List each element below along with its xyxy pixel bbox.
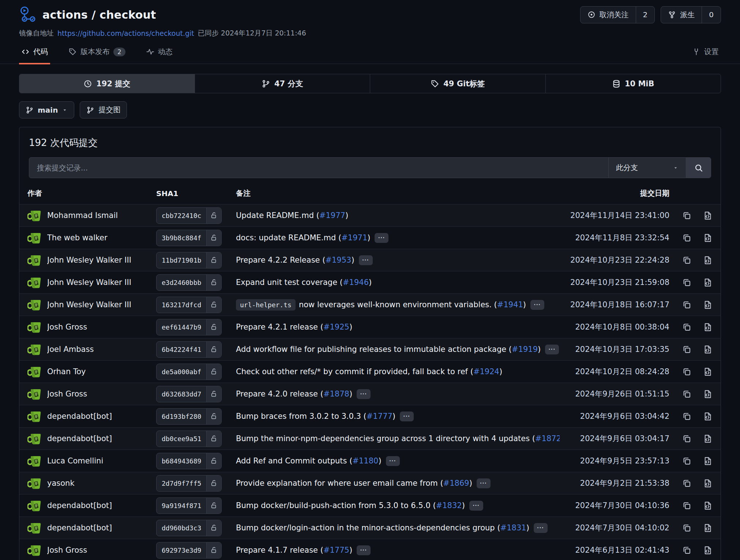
pr-link[interactable]: #1941 [497, 300, 523, 309]
copy-sha-icon[interactable] [682, 478, 692, 488]
commit-sha-badge[interactable]: 2d7d9f7ff5 [156, 475, 222, 492]
commit-sha[interactable]: cbb722410c [157, 208, 206, 223]
pr-link[interactable]: #1775 [323, 546, 349, 555]
browse-source-icon[interactable] [703, 523, 713, 533]
browse-source-icon[interactable] [703, 411, 713, 421]
commit-sha-badge[interactable]: 3b9b8c884f [156, 230, 222, 246]
copy-sha-icon[interactable] [682, 322, 692, 332]
expand-commit-body-button[interactable]: ··· [357, 389, 371, 399]
commit-author-name[interactable]: yasonk [47, 479, 75, 488]
commit-sha-badge[interactable]: b684943689 [156, 453, 222, 469]
unwatch-button[interactable]: 取消关注 [581, 7, 636, 23]
commit-sha[interactable]: 163217dfcd [157, 297, 206, 313]
browse-source-icon[interactable] [703, 322, 713, 332]
commit-sha-badge[interactable]: 163217dfcd [156, 297, 222, 313]
commit-sha-badge[interactable]: 692973e3d9 [156, 542, 222, 559]
commit-author-name[interactable]: John Wesley Walker III [47, 278, 131, 287]
avatar[interactable] [27, 499, 42, 512]
commit-sha-badge[interactable]: de5a000abf [156, 364, 222, 380]
commit-author-name[interactable]: Josh Gross [47, 390, 87, 398]
commit-author-name[interactable]: Orhan Toy [47, 367, 86, 376]
commit-sha[interactable]: eef61447b9 [157, 319, 206, 335]
expand-commit-body-button[interactable]: ··· [545, 345, 559, 354]
commit-author-name[interactable]: dependabot[bot] [47, 523, 112, 532]
avatar[interactable] [27, 455, 42, 467]
stats-branches[interactable]: 47 分支 [195, 74, 370, 93]
commit-author-name[interactable]: dependabot[bot] [47, 501, 112, 510]
copy-sha-icon[interactable] [682, 278, 692, 287]
pr-link[interactable]: #1924 [473, 367, 499, 376]
commit-sha[interactable]: b684943689 [157, 453, 206, 469]
expand-commit-body-button[interactable]: ··· [375, 233, 388, 243]
avatar[interactable] [27, 365, 42, 378]
commit-sha[interactable]: 2d7d9f7ff5 [157, 476, 206, 491]
avatar[interactable] [27, 388, 42, 401]
avatar[interactable] [27, 321, 42, 334]
expand-commit-body-button[interactable]: ··· [400, 411, 414, 421]
browse-source-icon[interactable] [703, 501, 713, 511]
commit-author-name[interactable]: Josh Gross [47, 323, 87, 331]
search-input[interactable] [29, 158, 608, 178]
pr-link[interactable]: #1953 [325, 256, 351, 264]
browse-source-icon[interactable] [703, 278, 713, 287]
commit-author-name[interactable]: John Wesley Walker III [47, 256, 131, 264]
expand-commit-body-button[interactable]: ··· [357, 545, 371, 555]
avatar[interactable] [27, 432, 42, 445]
commit-author-name[interactable]: John Wesley Walker III [47, 300, 131, 309]
commit-sha[interactable]: 3b9b8c884f [157, 230, 206, 246]
browse-source-icon[interactable] [703, 233, 713, 243]
copy-sha-icon[interactable] [682, 389, 692, 399]
browse-source-icon[interactable] [703, 345, 713, 354]
commit-sha[interactable]: dd960bd3c3 [157, 520, 206, 536]
stats-tags[interactable]: 49 Git标签 [370, 74, 545, 93]
commit-author-name[interactable]: The web walker [47, 233, 108, 242]
pr-link[interactable]: #1919 [512, 345, 538, 354]
avatar[interactable] [27, 410, 42, 423]
commit-sha-badge[interactable]: 6d193bf280 [156, 408, 222, 425]
stats-commits[interactable]: 192 提交 [19, 74, 195, 93]
fork-button[interactable]: 派生 [661, 7, 702, 23]
tab-releases[interactable]: 版本发布 2 [66, 43, 128, 64]
pr-link[interactable]: #1872 [535, 434, 560, 443]
expand-commit-body-button[interactable]: ··· [386, 456, 400, 466]
pr-link[interactable]: #1831 [500, 523, 526, 532]
commit-graph-button[interactable]: 提交图 [80, 101, 127, 119]
expand-commit-body-button[interactable]: ··· [477, 478, 491, 488]
copy-sha-icon[interactable] [682, 367, 692, 377]
pr-link[interactable]: #1180 [352, 456, 378, 465]
commit-sha[interactable]: d632683dd7 [157, 386, 206, 402]
pr-link[interactable]: #1971 [341, 233, 367, 242]
branch-scope-dropdown[interactable]: 此分支 [608, 158, 686, 178]
commit-author-name[interactable]: Josh Gross [47, 546, 87, 555]
pr-link[interactable]: #1925 [323, 323, 349, 331]
commit-sha-badge[interactable]: cbb722410c [156, 207, 222, 224]
copy-sha-icon[interactable] [682, 300, 692, 310]
avatar[interactable] [27, 298, 42, 311]
commit-sha[interactable]: db0cee9a51 [157, 431, 206, 447]
copy-sha-icon[interactable] [682, 255, 692, 265]
avatar[interactable] [27, 477, 42, 490]
browse-source-icon[interactable] [703, 367, 713, 377]
copy-sha-icon[interactable] [682, 434, 692, 444]
copy-sha-icon[interactable] [682, 345, 692, 354]
avatar[interactable] [27, 544, 42, 557]
browse-source-icon[interactable] [703, 389, 713, 399]
expand-commit-body-button[interactable]: ··· [359, 255, 373, 265]
browse-source-icon[interactable] [703, 478, 713, 488]
pr-link[interactable]: #1946 [343, 278, 369, 287]
browse-source-icon[interactable] [703, 434, 713, 444]
commit-sha[interactable]: de5a000abf [157, 364, 206, 380]
copy-sha-icon[interactable] [682, 523, 692, 533]
stats-size[interactable]: 10 MiB [545, 74, 721, 93]
pr-link[interactable]: #1977 [319, 211, 345, 220]
browse-source-icon[interactable] [703, 255, 713, 265]
avatar[interactable] [27, 232, 42, 244]
pr-link[interactable]: #1777 [367, 412, 392, 421]
commit-sha[interactable]: 692973e3d9 [157, 542, 206, 558]
commit-sha-badge[interactable]: 11bd71901b [156, 252, 222, 268]
pr-link[interactable]: #1832 [436, 501, 462, 510]
browse-source-icon[interactable] [703, 545, 713, 555]
browse-source-icon[interactable] [703, 456, 713, 466]
avatar[interactable] [27, 522, 42, 534]
expand-commit-body-button[interactable]: ··· [469, 501, 483, 511]
